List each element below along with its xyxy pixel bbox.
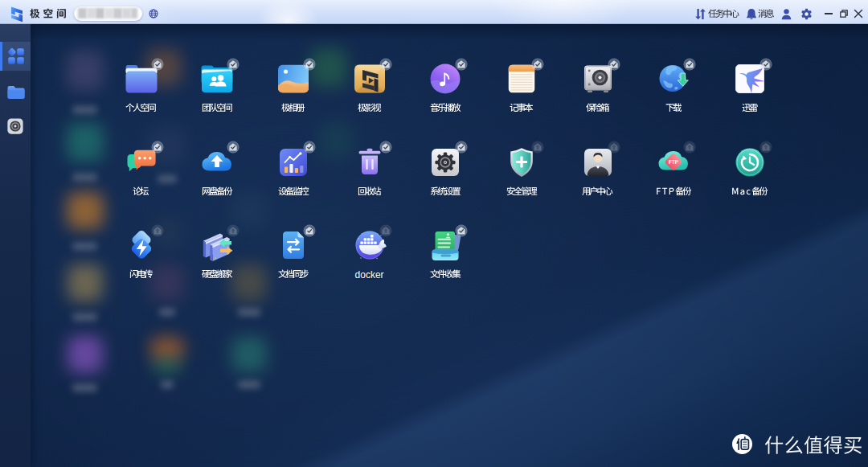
svg-text:FTP: FTP — [669, 158, 679, 164]
